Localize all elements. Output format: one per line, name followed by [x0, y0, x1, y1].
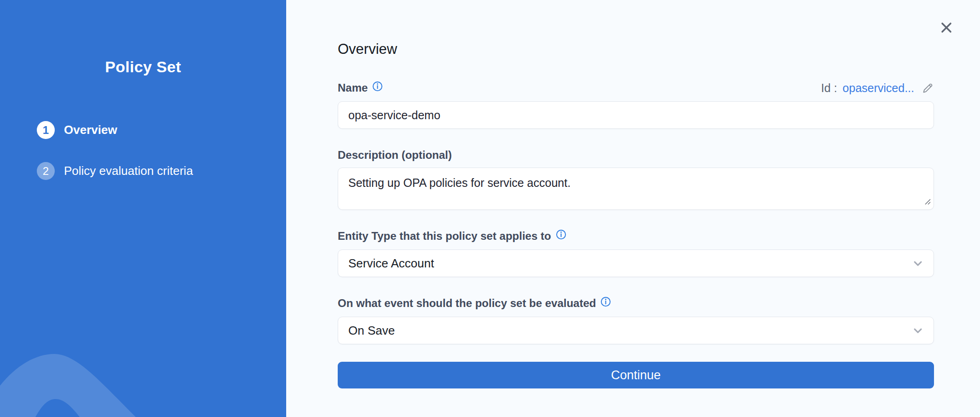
id-row: Id : opaserviced... — [821, 81, 934, 95]
step-2-label: Policy evaluation criteria — [64, 164, 193, 178]
wave-decoration — [0, 307, 286, 417]
name-info-icon[interactable] — [372, 81, 383, 92]
description-label-text: Description (optional) — [338, 148, 452, 162]
entity-type-value: Service Account — [348, 256, 434, 271]
resize-handle-icon[interactable] — [924, 198, 931, 207]
event-value: On Save — [348, 324, 395, 338]
description-label: Description (optional) — [338, 148, 452, 162]
entity-type-label-row: Entity Type that this policy set applies… — [338, 229, 566, 243]
event-label-row: On what event should the policy set be e… — [338, 296, 611, 310]
wizard-sidebar: Policy Set 1 Overview 2 Policy evaluatio… — [0, 0, 286, 417]
close-button[interactable] — [938, 19, 955, 37]
id-label: Id : — [821, 81, 837, 95]
event-label: On what event should the policy set be e… — [338, 296, 596, 310]
step-1-badge: 1 — [37, 121, 55, 139]
entity-type-select[interactable]: Service Account — [338, 249, 934, 277]
step-2-badge: 2 — [37, 162, 55, 180]
step-item-policy-evaluation-criteria[interactable]: 2 Policy evaluation criteria — [37, 162, 286, 180]
event-select[interactable]: On Save — [338, 317, 934, 344]
close-icon — [939, 20, 954, 36]
step-item-overview[interactable]: 1 Overview — [37, 121, 286, 139]
name-label: Name — [338, 81, 368, 95]
chevron-down-icon — [911, 257, 924, 270]
name-input[interactable] — [338, 101, 934, 129]
entity-type-info-icon[interactable] — [556, 229, 566, 240]
name-field-header: Name Id : opaserviced... — [338, 81, 934, 95]
page-title: Overview — [338, 41, 934, 58]
chevron-down-icon — [911, 324, 924, 337]
overview-panel: Overview Name Id : opaserviced... — [286, 0, 980, 417]
description-textarea-wrap: Setting up OPA policies for service acco… — [338, 168, 934, 210]
policy-set-wizard: Policy Set 1 Overview 2 Policy evaluatio… — [0, 0, 980, 417]
event-info-icon[interactable] — [600, 296, 611, 307]
description-textarea[interactable]: Setting up OPA policies for service acco… — [338, 168, 934, 210]
step-1-label: Overview — [64, 123, 117, 137]
edit-icon[interactable] — [922, 82, 934, 94]
name-label-row: Name — [338, 81, 383, 95]
id-value-link[interactable]: opaserviced... — [842, 81, 914, 95]
entity-type-label: Entity Type that this policy set applies… — [338, 229, 551, 243]
sidebar-title: Policy Set — [0, 58, 286, 76]
form-content: Overview Name Id : opaserviced... — [338, 0, 934, 388]
wizard-steps: 1 Overview 2 Policy evaluation criteria — [0, 121, 286, 180]
continue-button[interactable]: Continue — [338, 362, 934, 388]
